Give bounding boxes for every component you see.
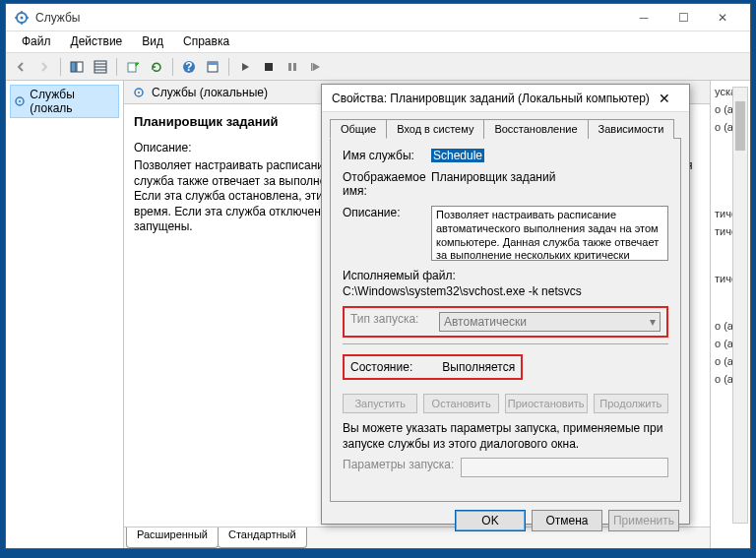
menu-help[interactable]: Справка [173, 31, 239, 52]
forward-icon[interactable] [33, 56, 55, 78]
restart-icon[interactable] [305, 56, 327, 78]
svg-rect-5 [128, 63, 136, 72]
label-service-name: Имя службы: [343, 149, 431, 162]
start-params-input [461, 458, 668, 477]
label-description: Описание: [343, 206, 431, 219]
svg-point-15 [19, 100, 21, 102]
tab-logon[interactable]: Вход в систему [386, 119, 484, 139]
label-status: Состояние: [350, 360, 439, 374]
startup-type-highlight: Тип запуска: Автоматически ▾ [343, 306, 668, 338]
svg-point-17 [138, 92, 140, 93]
dialog-tabs: Общие Вход в систему Восстановление Зави… [322, 112, 689, 138]
show-hide-icon[interactable] [66, 56, 88, 78]
pane-title: Службы (локальные) [152, 86, 268, 99]
menu-file[interactable]: Файл [12, 31, 61, 52]
svg-text:?: ? [185, 60, 192, 74]
properties-dialog: Свойства: Планировщик заданий (Локальный… [321, 84, 690, 525]
resume-button: Продолжить [594, 394, 668, 413]
back-icon[interactable] [10, 56, 32, 78]
label-startup-type: Тип запуска: [350, 312, 439, 326]
description-box[interactable]: Позволяет настраивать расписание автомат… [431, 206, 668, 261]
export-icon[interactable] [122, 56, 144, 78]
label-display-name: Отображаемое имя: [343, 170, 431, 198]
pause-button: Приостановить [505, 394, 588, 413]
tree-pane: Службы (локаль [6, 81, 124, 548]
scrollbar[interactable] [732, 87, 748, 524]
tab-extended[interactable]: Расширенный [126, 527, 219, 548]
value-executable: C:\Windows\system32\svchost.exe -k netsv… [343, 284, 668, 298]
tab-dependencies[interactable]: Зависимости [588, 119, 675, 139]
maximize-button[interactable]: ☐ [663, 5, 703, 31]
menubar: Файл Действие Вид Справка [6, 31, 750, 53]
close-icon[interactable]: ✕ [650, 87, 679, 110]
menu-view[interactable]: Вид [132, 31, 173, 52]
tab-standard[interactable]: Стандартный [218, 527, 307, 548]
svg-point-1 [21, 16, 24, 19]
start-params-hint: Вы можете указать параметры запуска, при… [343, 421, 668, 452]
label-executable: Исполняемый файл: [343, 269, 668, 282]
titlebar[interactable]: Службы ─ ☐ ✕ [6, 4, 750, 31]
gear-icon [13, 94, 26, 108]
stop-button: Остановить [423, 394, 498, 413]
menu-action[interactable]: Действие [61, 31, 133, 52]
svg-rect-3 [77, 62, 83, 72]
svg-rect-13 [311, 63, 313, 71]
startup-type-value: Автоматически [444, 315, 527, 329]
start-button: Запустить [343, 394, 417, 413]
tree-item-label: Службы (локаль [30, 88, 116, 115]
svg-rect-12 [293, 63, 296, 71]
play-icon[interactable] [234, 56, 256, 78]
apply-button[interactable]: Применить [608, 510, 679, 531]
svg-rect-9 [208, 62, 218, 65]
window-title: Службы [35, 11, 624, 25]
value-status: Выполняется [442, 360, 515, 374]
value-display-name: Планировщик заданий [431, 170, 555, 184]
help-icon[interactable]: ? [178, 56, 200, 78]
startup-type-select[interactable]: Автоматически ▾ [439, 312, 661, 332]
cancel-button[interactable]: Отмена [532, 510, 602, 531]
dialog-title: Свойства: Планировщик заданий (Локальный… [332, 92, 650, 105]
tab-recovery[interactable]: Восстановление [483, 119, 588, 139]
list-icon[interactable] [90, 56, 111, 78]
dialog-footer: OK Отмена Применить [322, 510, 689, 541]
ok-button[interactable]: OK [455, 510, 526, 531]
value-service-name[interactable]: Schedule [431, 149, 484, 162]
minimize-button[interactable]: ─ [624, 5, 663, 31]
svg-rect-2 [71, 62, 76, 72]
dialog-titlebar[interactable]: Свойства: Планировщик заданий (Локальный… [322, 85, 689, 112]
tree-item-services[interactable]: Службы (локаль [10, 85, 119, 118]
scrollbar-thumb[interactable] [735, 101, 745, 151]
svg-rect-11 [288, 63, 291, 71]
dialog-body: Имя службы: Schedule Отображаемое имя: П… [330, 138, 681, 502]
properties-icon[interactable] [202, 56, 223, 78]
label-start-params: Параметры запуска: [343, 458, 461, 471]
status-highlight: Состояние: Выполняется [343, 354, 523, 380]
tab-general[interactable]: Общие [330, 119, 387, 139]
pause-icon[interactable] [282, 56, 303, 78]
refresh-icon[interactable] [146, 56, 167, 78]
close-button[interactable]: ✕ [703, 5, 742, 31]
stop-icon[interactable] [258, 56, 280, 78]
toolbar: ? [6, 53, 750, 81]
svg-rect-10 [265, 63, 273, 71]
chevron-down-icon: ▾ [650, 315, 656, 329]
gear-icon [132, 86, 146, 99]
services-icon [14, 10, 30, 26]
